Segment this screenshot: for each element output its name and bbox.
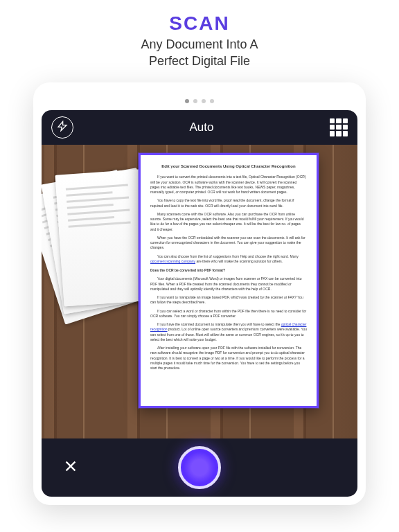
camera-bottom-bar (42, 438, 357, 497)
document-paragraph: If you have the scanned document to mani… (150, 322, 307, 342)
grid-toggle-button[interactable] (330, 118, 348, 136)
shutter-button[interactable] (178, 446, 221, 489)
document-paragraph: You have to copy the text file into word… (150, 198, 307, 209)
document-paragraph: After installing your software open your… (150, 346, 307, 371)
tablet-camera-dots (185, 99, 214, 103)
promo-subtitle: Any Document Into A Perfect Digital File (0, 36, 399, 70)
promo-subtitle-line2: Perfect Digital File (0, 53, 399, 69)
document-paragraph: If you can select a word or character fr… (150, 309, 307, 319)
grid-icon (330, 118, 335, 123)
svg-marker-0 (58, 121, 66, 130)
capture-mode-label[interactable]: Auto (190, 121, 214, 134)
document-paragraph: Many scanners come with the OCR software… (150, 212, 307, 232)
camera-top-bar: Auto (42, 110, 357, 145)
document-paragraph: When you have the OCR embedded with the … (150, 236, 307, 251)
document-paragraph: You can also choose from the list of sug… (150, 254, 307, 265)
promo-header: SCAN Any Document Into A Perfect Digital… (0, 0, 399, 76)
close-button[interactable] (61, 458, 80, 477)
flash-button[interactable] (51, 116, 73, 139)
document-link: document scanning company (150, 259, 195, 263)
detected-document-frame: Edit your Scanned Documents Using Optica… (139, 153, 319, 408)
app-screen: Auto Edit your Scanned Documents Using O… (42, 110, 357, 497)
document-paragraph: Your digital documents (Microsoft Word) … (150, 276, 307, 292)
document-heading: Does the OCR be converted into PDF forma… (150, 268, 307, 273)
document-paragraph: If you want to convert the printed docum… (150, 175, 307, 195)
close-icon (63, 459, 78, 477)
document-title: Edit your Scanned Documents Using Optica… (150, 163, 307, 170)
tablet-frame: Auto Edit your Scanned Documents Using O… (33, 82, 366, 505)
document-paragraph: If you want to manipulate an image based… (150, 295, 307, 305)
promo-title: SCAN (0, 12, 399, 35)
promo-subtitle-line1: Any Document Into A (0, 36, 399, 53)
camera-viewfinder[interactable]: Edit your Scanned Documents Using Optica… (42, 145, 357, 438)
flash-icon (57, 121, 68, 134)
